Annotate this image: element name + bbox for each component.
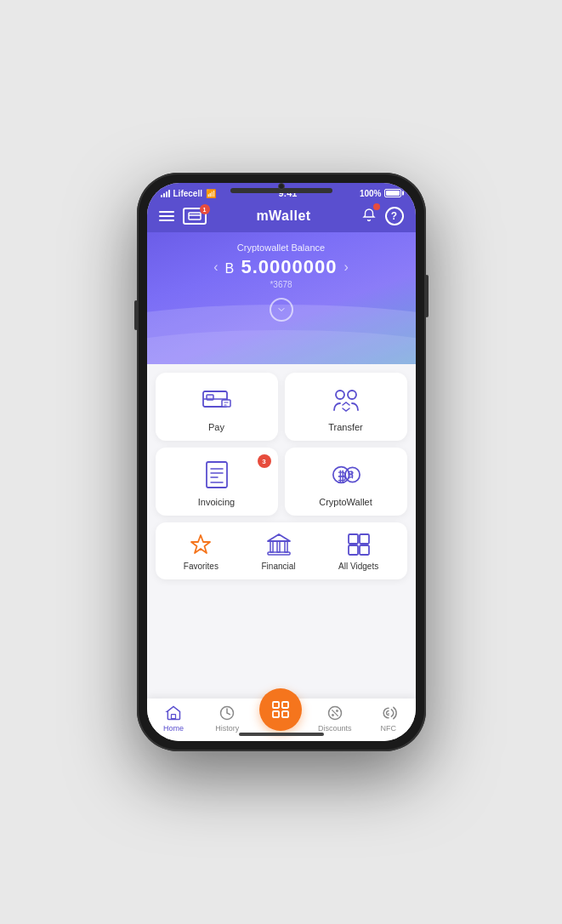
app-title: mWallet: [256, 208, 310, 224]
signal-bars: [161, 190, 170, 197]
favorites-icon: [187, 531, 214, 558]
hamburger-line-3: [159, 220, 174, 221]
financial-widget[interactable]: Financial: [261, 531, 295, 571]
grid-svg: [347, 533, 371, 556]
invoicing-badge: 3: [258, 454, 271, 468]
pay-card[interactable]: Pay: [156, 373, 278, 441]
balance-value: 5.0000000: [241, 256, 337, 277]
card-svg: [188, 212, 202, 220]
notification-icon[interactable]: [361, 207, 377, 225]
svg-rect-28: [273, 702, 279, 708]
svg-rect-25: [360, 545, 369, 555]
help-icon[interactable]: ?: [385, 207, 404, 225]
svg-rect-23: [360, 534, 369, 544]
all-vidgets-label: All Vidgets: [338, 562, 378, 571]
svg-rect-8: [207, 462, 227, 488]
nav-discounts[interactable]: Discounts: [314, 704, 356, 733]
svg-rect-29: [282, 702, 288, 708]
financial-icon: [265, 531, 292, 558]
transfer-label: Transfer: [328, 422, 363, 432]
volume-button: [425, 275, 429, 317]
notification-badge: [373, 203, 380, 210]
hamburger-line-1: [159, 211, 174, 213]
phone-screen: Lifecell 📶 9:41 100%: [147, 183, 416, 741]
phone-bottom-bar: [239, 733, 324, 736]
wallet-card-icon[interactable]: 1: [183, 208, 207, 225]
svg-point-7: [348, 391, 356, 399]
favorites-label: Favorites: [184, 562, 219, 571]
card-badge: 1: [200, 204, 210, 214]
nav-home[interactable]: Home: [152, 704, 195, 733]
history-icon: [218, 704, 236, 722]
balance-row: ‹ B 5.0000000 ›: [164, 256, 399, 278]
carrier-name: Lifecell: [173, 189, 202, 198]
discounts-nav-label: Discounts: [318, 724, 352, 733]
balance-section: Cryptowallet Balance ‹ B 5.0000000 › *36…: [147, 232, 416, 364]
balance-next-arrow[interactable]: ›: [343, 260, 348, 275]
battery-fill: [386, 191, 400, 196]
signal-bar-4: [168, 190, 170, 197]
balance-symbol: B: [225, 261, 236, 276]
signal-bar-2: [163, 193, 165, 197]
home-icon: [164, 704, 183, 722]
nfc-svg: [380, 704, 397, 722]
home-nav-label: Home: [163, 724, 184, 733]
chevron-circle: [270, 298, 293, 322]
chevron-down-icon: [276, 305, 287, 315]
cryptowallet-label: CryptoWallet: [319, 497, 372, 507]
app-header: 1 mWallet ?: [147, 202, 416, 232]
account-number: *3678: [164, 280, 399, 289]
status-left: Lifecell 📶: [161, 189, 216, 198]
hamburger-line-2: [159, 215, 174, 217]
widget-bar: Favorites Financial: [156, 522, 407, 579]
power-button: [134, 300, 138, 330]
pay-label: Pay: [208, 422, 224, 432]
history-svg: [219, 704, 236, 722]
invoicing-icon: [202, 459, 232, 490]
phone-frame: Lifecell 📶 9:41 100%: [137, 173, 426, 751]
nav-nfc[interactable]: NFC: [367, 704, 410, 733]
svg-rect-31: [282, 711, 288, 717]
svg-rect-22: [349, 534, 358, 544]
crypto-svg: [331, 460, 361, 489]
balance-expand[interactable]: [164, 298, 399, 322]
header-right: ?: [361, 207, 404, 225]
nav-history[interactable]: History: [206, 704, 248, 733]
svg-rect-26: [172, 715, 176, 719]
cryptowallet-card[interactable]: CryptoWallet: [285, 448, 407, 516]
invoicing-label: Invoicing: [198, 497, 235, 507]
home-svg: [165, 704, 182, 722]
nfc-icon: [379, 704, 398, 722]
status-right: 100%: [360, 189, 402, 198]
svg-rect-30: [273, 711, 279, 717]
svg-rect-19: [270, 541, 273, 552]
battery-percent: 100%: [360, 189, 382, 198]
balance-label: Cryptowallet Balance: [164, 242, 399, 253]
transfer-card[interactable]: Transfer: [285, 373, 407, 441]
balance-amount: B 5.0000000: [225, 256, 338, 278]
invoicing-card[interactable]: Invoicing 3: [156, 448, 278, 516]
svg-rect-20: [277, 541, 280, 552]
transfer-icon: [331, 385, 361, 415]
favorites-widget[interactable]: Favorites: [184, 531, 219, 571]
signal-bar-1: [161, 195, 162, 197]
svg-rect-0: [189, 213, 201, 220]
nfc-nav-label: NFC: [381, 724, 397, 733]
action-cards-grid: Pay Transfer: [156, 373, 407, 516]
svg-rect-21: [285, 541, 287, 552]
scan-svg: [270, 699, 291, 720]
all-vidgets-widget[interactable]: All Vidgets: [338, 531, 378, 571]
nav-scan[interactable]: [259, 705, 302, 731]
menu-icon[interactable]: [159, 211, 174, 221]
scan-button[interactable]: [259, 688, 302, 731]
battery-icon: [384, 189, 401, 197]
balance-prev-arrow[interactable]: ‹: [213, 260, 218, 275]
history-nav-label: History: [215, 724, 239, 733]
phone-camera: [278, 183, 285, 190]
signal-bar-3: [166, 191, 167, 197]
transfer-svg: [331, 386, 361, 414]
svg-marker-17: [268, 534, 290, 541]
cryptowallet-icon: [331, 459, 361, 490]
svg-rect-5: [222, 400, 230, 407]
discounts-icon: [326, 704, 344, 722]
